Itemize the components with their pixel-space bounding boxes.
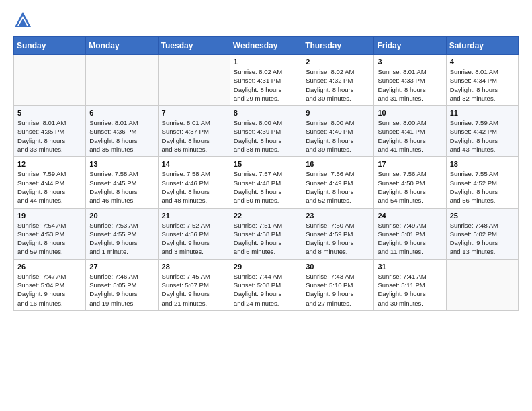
day-number: 10	[378, 109, 442, 117]
calendar-cell: 11Sunrise: 7:59 AM Sunset: 4:42 PM Dayli…	[446, 106, 518, 157]
day-number: 15	[234, 160, 298, 168]
day-info: Sunrise: 8:01 AM Sunset: 4:34 PM Dayligh…	[450, 67, 515, 103]
day-info: Sunrise: 7:44 AM Sunset: 5:08 PM Dayligh…	[234, 272, 298, 308]
calendar-cell: 29Sunrise: 7:44 AM Sunset: 5:08 PM Dayli…	[230, 259, 302, 310]
calendar-cell: 26Sunrise: 7:47 AM Sunset: 5:04 PM Dayli…	[14, 259, 86, 310]
day-number: 4	[450, 58, 515, 66]
week-row-1: 1Sunrise: 8:02 AM Sunset: 4:31 PM Daylig…	[14, 55, 519, 106]
day-number: 29	[234, 263, 298, 271]
day-info: Sunrise: 7:49 AM Sunset: 5:01 PM Dayligh…	[378, 221, 442, 257]
day-number: 28	[162, 263, 226, 271]
day-number: 7	[162, 109, 226, 117]
day-number: 17	[378, 160, 442, 168]
calendar-cell: 12Sunrise: 7:59 AM Sunset: 4:44 PM Dayli…	[14, 157, 86, 208]
day-info: Sunrise: 8:01 AM Sunset: 4:33 PM Dayligh…	[378, 67, 442, 103]
calendar-cell: 8Sunrise: 8:00 AM Sunset: 4:39 PM Daylig…	[230, 106, 302, 157]
calendar-cell: 31Sunrise: 7:41 AM Sunset: 5:11 PM Dayli…	[374, 259, 446, 310]
calendar-cell: 30Sunrise: 7:43 AM Sunset: 5:10 PM Dayli…	[302, 259, 374, 310]
calendar-cell: 3Sunrise: 8:01 AM Sunset: 4:33 PM Daylig…	[374, 55, 446, 106]
day-info: Sunrise: 8:02 AM Sunset: 4:31 PM Dayligh…	[234, 67, 298, 103]
day-number: 30	[306, 263, 370, 271]
day-number: 11	[450, 109, 515, 117]
weekday-header-thursday: Thursday	[302, 37, 374, 55]
day-number: 12	[17, 160, 82, 168]
day-number: 31	[378, 263, 442, 271]
calendar-cell: 16Sunrise: 7:56 AM Sunset: 4:49 PM Dayli…	[302, 157, 374, 208]
day-number: 2	[306, 58, 370, 66]
weekday-header-sunday: Sunday	[14, 37, 86, 55]
calendar-cell: 1Sunrise: 8:02 AM Sunset: 4:31 PM Daylig…	[230, 55, 302, 106]
day-info: Sunrise: 7:51 AM Sunset: 4:58 PM Dayligh…	[234, 221, 298, 257]
day-info: Sunrise: 8:01 AM Sunset: 4:36 PM Dayligh…	[89, 118, 154, 154]
day-info: Sunrise: 8:02 AM Sunset: 4:32 PM Dayligh…	[306, 67, 370, 103]
day-number: 9	[306, 109, 370, 117]
day-number: 23	[306, 212, 370, 220]
calendar-cell: 4Sunrise: 8:01 AM Sunset: 4:34 PM Daylig…	[446, 55, 518, 106]
day-info: Sunrise: 7:58 AM Sunset: 4:45 PM Dayligh…	[89, 169, 154, 205]
day-info: Sunrise: 7:57 AM Sunset: 4:48 PM Dayligh…	[234, 169, 298, 205]
day-number: 1	[234, 58, 298, 66]
week-row-4: 19Sunrise: 7:54 AM Sunset: 4:53 PM Dayli…	[14, 208, 519, 259]
day-info: Sunrise: 7:46 AM Sunset: 5:05 PM Dayligh…	[89, 272, 154, 308]
calendar-cell: 23Sunrise: 7:50 AM Sunset: 4:59 PM Dayli…	[302, 208, 374, 259]
day-info: Sunrise: 8:00 AM Sunset: 4:39 PM Dayligh…	[234, 118, 298, 154]
day-number: 16	[306, 160, 370, 168]
day-number: 3	[378, 58, 442, 66]
weekday-header-friday: Friday	[374, 37, 446, 55]
weekday-header-tuesday: Tuesday	[158, 37, 230, 55]
calendar-table: SundayMondayTuesdayWednesdayThursdayFrid…	[13, 36, 519, 311]
day-number: 14	[162, 160, 226, 168]
day-number: 13	[89, 160, 154, 168]
calendar-cell	[14, 55, 86, 106]
day-number: 22	[234, 212, 298, 220]
day-info: Sunrise: 7:52 AM Sunset: 4:56 PM Dayligh…	[162, 221, 226, 257]
day-info: Sunrise: 7:59 AM Sunset: 4:44 PM Dayligh…	[17, 169, 82, 205]
calendar-cell: 21Sunrise: 7:52 AM Sunset: 4:56 PM Dayli…	[158, 208, 230, 259]
day-number: 21	[162, 212, 226, 220]
day-number: 5	[17, 109, 82, 117]
calendar-cell: 6Sunrise: 8:01 AM Sunset: 4:36 PM Daylig…	[86, 106, 158, 157]
calendar-cell: 17Sunrise: 7:56 AM Sunset: 4:50 PM Dayli…	[374, 157, 446, 208]
calendar-cell: 13Sunrise: 7:58 AM Sunset: 4:45 PM Dayli…	[86, 157, 158, 208]
day-info: Sunrise: 7:43 AM Sunset: 5:10 PM Dayligh…	[306, 272, 370, 308]
calendar-cell: 19Sunrise: 7:54 AM Sunset: 4:53 PM Dayli…	[14, 208, 86, 259]
calendar-cell: 20Sunrise: 7:53 AM Sunset: 4:55 PM Dayli…	[86, 208, 158, 259]
day-info: Sunrise: 8:01 AM Sunset: 4:37 PM Dayligh…	[162, 118, 226, 154]
day-info: Sunrise: 7:50 AM Sunset: 4:59 PM Dayligh…	[306, 221, 370, 257]
day-info: Sunrise: 7:59 AM Sunset: 4:42 PM Dayligh…	[450, 118, 515, 154]
calendar-cell: 24Sunrise: 7:49 AM Sunset: 5:01 PM Dayli…	[374, 208, 446, 259]
calendar-cell: 14Sunrise: 7:58 AM Sunset: 4:46 PM Dayli…	[158, 157, 230, 208]
day-info: Sunrise: 7:55 AM Sunset: 4:52 PM Dayligh…	[450, 169, 515, 205]
weekday-header-saturday: Saturday	[446, 37, 518, 55]
calendar-cell: 27Sunrise: 7:46 AM Sunset: 5:05 PM Dayli…	[86, 259, 158, 310]
calendar-cell: 7Sunrise: 8:01 AM Sunset: 4:37 PM Daylig…	[158, 106, 230, 157]
page: SundayMondayTuesdayWednesdayThursdayFrid…	[0, 0, 532, 324]
day-number: 6	[89, 109, 154, 117]
day-number: 19	[17, 212, 82, 220]
day-info: Sunrise: 7:54 AM Sunset: 4:53 PM Dayligh…	[17, 221, 82, 257]
calendar-cell: 10Sunrise: 8:00 AM Sunset: 4:41 PM Dayli…	[374, 106, 446, 157]
day-number: 26	[17, 263, 82, 271]
calendar-cell: 18Sunrise: 7:55 AM Sunset: 4:52 PM Dayli…	[446, 157, 518, 208]
calendar-cell	[158, 55, 230, 106]
week-row-2: 5Sunrise: 8:01 AM Sunset: 4:35 PM Daylig…	[14, 106, 519, 157]
day-info: Sunrise: 7:56 AM Sunset: 4:50 PM Dayligh…	[378, 169, 442, 205]
calendar-cell: 25Sunrise: 7:48 AM Sunset: 5:02 PM Dayli…	[446, 208, 518, 259]
week-row-3: 12Sunrise: 7:59 AM Sunset: 4:44 PM Dayli…	[14, 157, 519, 208]
day-number: 25	[450, 212, 515, 220]
day-info: Sunrise: 7:45 AM Sunset: 5:07 PM Dayligh…	[162, 272, 226, 308]
day-info: Sunrise: 7:41 AM Sunset: 5:11 PM Dayligh…	[378, 272, 442, 308]
weekday-header-monday: Monday	[86, 37, 158, 55]
day-info: Sunrise: 7:53 AM Sunset: 4:55 PM Dayligh…	[89, 221, 154, 257]
week-row-5: 26Sunrise: 7:47 AM Sunset: 5:04 PM Dayli…	[14, 259, 519, 310]
calendar-cell: 9Sunrise: 8:00 AM Sunset: 4:40 PM Daylig…	[302, 106, 374, 157]
day-number: 27	[89, 263, 154, 271]
logo-icon	[13, 11, 32, 30]
day-info: Sunrise: 7:47 AM Sunset: 5:04 PM Dayligh…	[17, 272, 82, 308]
calendar-cell	[86, 55, 158, 106]
day-number: 18	[450, 160, 515, 168]
calendar-cell: 2Sunrise: 8:02 AM Sunset: 4:32 PM Daylig…	[302, 55, 374, 106]
day-info: Sunrise: 8:00 AM Sunset: 4:41 PM Dayligh…	[378, 118, 442, 154]
calendar-cell	[446, 259, 518, 310]
day-info: Sunrise: 7:56 AM Sunset: 4:49 PM Dayligh…	[306, 169, 370, 205]
